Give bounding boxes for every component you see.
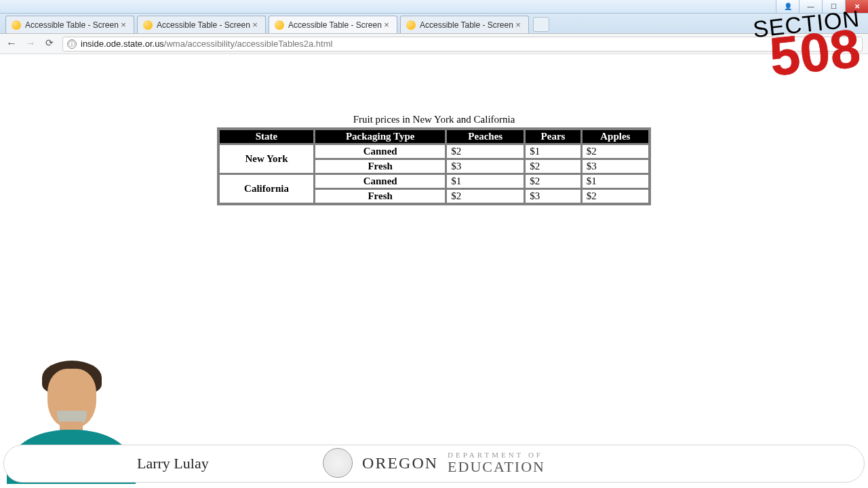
- td-pears: $2: [525, 174, 581, 188]
- th-apples: Apples: [582, 129, 649, 144]
- url-path: /wma/accessibility/accessibleTables2a.ht…: [164, 39, 333, 49]
- table-row: CaliforniaCanned$1$2$1: [219, 174, 649, 188]
- td-packaging: Canned: [315, 144, 446, 159]
- th-packaging: Packaging Type: [315, 129, 446, 144]
- td-apples: $2: [582, 144, 649, 159]
- td-state: New York: [219, 144, 314, 174]
- fruit-prices-table: State Packaging Type Peaches Pears Apple…: [217, 127, 651, 205]
- tab-close-button[interactable]: ×: [513, 20, 523, 30]
- window-maximize-button[interactable]: ☐: [822, 0, 845, 13]
- back-button[interactable]: ←: [5, 38, 18, 50]
- tab-favicon-icon: [275, 20, 284, 30]
- window-close-button[interactable]: ✕: [845, 0, 868, 13]
- url-bar[interactable]: ⓘ inside.ode.state.or.us /wma/accessibil…: [62, 37, 863, 52]
- td-packaging: Fresh: [315, 189, 446, 203]
- tab-favicon-icon: [12, 20, 21, 30]
- lower-third-bar: Larry Lulay OREGON DEPARTMENT OF EDUCATI…: [3, 445, 865, 483]
- new-tab-button[interactable]: [533, 17, 549, 32]
- td-apples: $3: [582, 159, 649, 174]
- tab-close-button[interactable]: ×: [250, 20, 260, 30]
- tab-favicon-icon: [143, 20, 153, 30]
- td-pears: $2: [525, 159, 581, 174]
- browser-tab[interactable]: Accessible Table - Screen×: [400, 16, 529, 33]
- tab-title: Accessible Table - Screen: [157, 20, 250, 30]
- site-info-icon[interactable]: ⓘ: [67, 39, 77, 49]
- tab-title: Accessible Table - Screen: [288, 20, 382, 30]
- td-peaches: $1: [446, 174, 524, 188]
- window-minimize-button[interactable]: —: [799, 0, 822, 13]
- state-seal-icon: [323, 448, 353, 478]
- table-row: New YorkCanned$2$1$2: [219, 144, 649, 159]
- th-state: State: [219, 129, 314, 144]
- forward-button[interactable]: →: [24, 38, 37, 50]
- td-pears: $3: [525, 189, 581, 203]
- organization-logo: OREGON DEPARTMENT OF EDUCATION: [323, 448, 545, 478]
- window-user-button[interactable]: 👤: [776, 0, 799, 13]
- presenter-name: Larry Lulay: [137, 455, 209, 472]
- browser-toolbar: ← → ⟳ ⓘ inside.ode.state.or.us /wma/acce…: [0, 34, 868, 54]
- url-host: inside.ode.state.or.us: [81, 39, 164, 49]
- table-caption: Fruit prices in New York and California: [0, 114, 868, 125]
- org-state: OREGON: [362, 454, 438, 472]
- td-apples: $1: [582, 174, 649, 188]
- th-peaches: Peaches: [446, 129, 524, 144]
- td-packaging: Canned: [315, 174, 446, 188]
- td-peaches: $2: [446, 144, 524, 159]
- tab-close-button[interactable]: ×: [119, 20, 128, 30]
- browser-tab[interactable]: Accessible Table - Screen×: [5, 16, 134, 33]
- reload-button[interactable]: ⟳: [43, 38, 56, 50]
- td-peaches: $2: [446, 189, 524, 203]
- td-apples: $2: [582, 189, 649, 203]
- td-pears: $1: [525, 144, 581, 159]
- browser-tab[interactable]: Accessible Table - Screen×: [269, 16, 397, 33]
- browser-tab[interactable]: Accessible Table - Screen×: [137, 16, 266, 33]
- tab-close-button[interactable]: ×: [382, 20, 391, 30]
- tab-title: Accessible Table - Screen: [420, 20, 513, 30]
- td-packaging: Fresh: [315, 159, 446, 174]
- table-header-row: State Packaging Type Peaches Pears Apple…: [219, 129, 649, 144]
- tab-title: Accessible Table - Screen: [25, 20, 119, 30]
- td-state: California: [219, 174, 314, 203]
- td-peaches: $3: [446, 159, 524, 174]
- window-titlebar: 👤 — ☐ ✕: [0, 0, 868, 14]
- th-pears: Pears: [525, 129, 581, 144]
- org-line2: EDUCATION: [448, 459, 545, 474]
- tab-favicon-icon: [406, 20, 416, 30]
- browser-tab-strip: Accessible Table - Screen×Accessible Tab…: [0, 14, 868, 34]
